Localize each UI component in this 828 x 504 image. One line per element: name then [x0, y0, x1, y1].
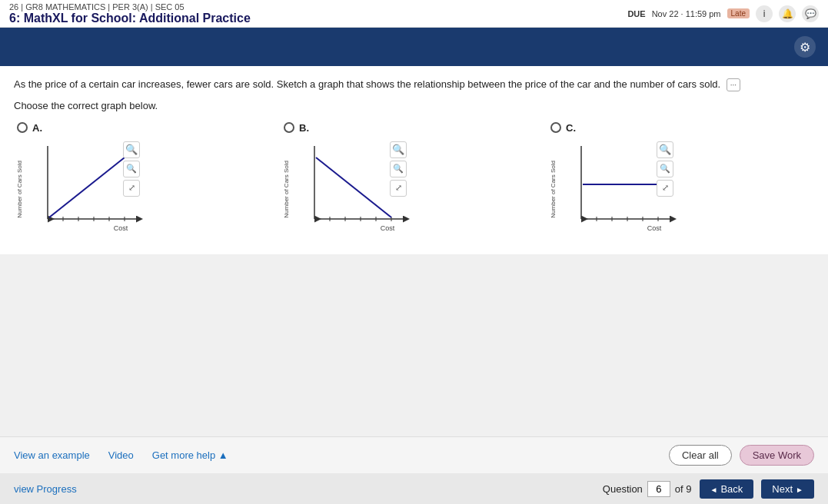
- zoom-in-B[interactable]: 🔍: [390, 141, 407, 158]
- gear-icon[interactable]: ⚙: [794, 36, 816, 58]
- svg-text:Cost: Cost: [647, 224, 662, 232]
- breadcrumb: 26 | GR8 MATHEMATICS | PER 3(A) | SEC 05: [9, 2, 251, 12]
- back-chevron-icon: [710, 483, 718, 495]
- due-date: Nov 22 · 11:59 pm: [652, 9, 721, 18]
- bottom-area: View an example Video Get more help ▲ Cl…: [0, 436, 828, 473]
- top-bar: 26 | GR8 MATHEMATICS | PER 3(A) | SEC 05…: [0, 0, 828, 28]
- svg-text:Cost: Cost: [114, 224, 128, 232]
- assignment-title: 6: MathXL for School: Additional Practic…: [9, 12, 251, 25]
- choose-text: Choose the correct graph below.: [14, 100, 814, 111]
- question-text: As the price of a certain car increases,…: [14, 77, 814, 92]
- due-label: DUE: [627, 9, 645, 18]
- option-B: B. Number of Cars Sold: [281, 122, 547, 240]
- footer-nav: view Progress Question of 9 Back Next: [0, 473, 828, 504]
- late-badge: Late: [727, 8, 750, 18]
- expand-C[interactable]: ⤢: [657, 180, 673, 197]
- svg-text:Cost: Cost: [381, 224, 395, 232]
- next-chevron-icon: [796, 483, 803, 495]
- question-number-input[interactable]: [647, 481, 670, 497]
- option-B-label: B.: [299, 122, 309, 134]
- view-progress-link[interactable]: view Progress: [14, 483, 77, 495]
- question-label: Question: [603, 483, 643, 495]
- graph-B-zoom-icons: 🔍 🔍 ⤢: [390, 141, 407, 197]
- footer-right: Question of 9 Back Next: [603, 479, 814, 499]
- graph-A-zoom-icons: 🔍 🔍 ⤢: [123, 141, 140, 197]
- radio-B[interactable]: [284, 122, 294, 133]
- bell-icon[interactable]: 🔔: [779, 5, 796, 22]
- back-button[interactable]: Back: [700, 479, 754, 499]
- top-bar-left: 26 | GR8 MATHEMATICS | PER 3(A) | SEC 05…: [9, 2, 251, 25]
- video-link[interactable]: Video: [108, 449, 134, 461]
- zoom-in-A[interactable]: 🔍: [123, 141, 140, 158]
- of-label: of 9: [675, 483, 692, 495]
- radio-C[interactable]: [550, 122, 561, 133]
- blue-banner: ⚙: [0, 28, 828, 66]
- option-C: C. Number of Cars Sold: [547, 122, 814, 240]
- option-C-label: C.: [566, 122, 576, 134]
- graphs-row: A. Number of Cars Sold: [14, 122, 814, 240]
- expand-A[interactable]: ⤢: [123, 180, 140, 197]
- y-axis-label-B: Number of Cars Sold: [283, 161, 290, 218]
- y-axis-label-A: Number of Cars Sold: [16, 161, 23, 218]
- option-A-label: A.: [32, 122, 42, 134]
- clear-all-button[interactable]: Clear all: [669, 445, 732, 466]
- expand-B[interactable]: ⤢: [390, 180, 407, 197]
- chat-icon[interactable]: 💬: [802, 5, 819, 22]
- zoom-out-C[interactable]: 🔍: [657, 161, 673, 177]
- bottom-right-actions: Clear all Save Work: [669, 445, 814, 466]
- question-nav: Question of 9: [603, 481, 692, 497]
- zoom-in-C[interactable]: 🔍: [657, 141, 673, 158]
- next-button[interactable]: Next: [761, 479, 814, 499]
- top-bar-right: DUE Nov 22 · 11:59 pm Late i 🔔 💬: [627, 5, 819, 22]
- graph-C-zoom-icons: 🔍 🔍 ⤢: [657, 141, 673, 197]
- dots-hint[interactable]: ···: [727, 78, 740, 91]
- top-icons: i 🔔 💬: [756, 5, 819, 22]
- svg-line-7: [49, 158, 125, 217]
- info-icon[interactable]: i: [756, 5, 773, 22]
- y-axis-label-C: Number of Cars Sold: [550, 161, 557, 218]
- zoom-out-A[interactable]: 🔍: [123, 161, 140, 177]
- zoom-out-B[interactable]: 🔍: [390, 161, 407, 177]
- save-work-button[interactable]: Save Work: [740, 445, 814, 466]
- radio-A[interactable]: [17, 122, 28, 133]
- main-content: As the price of a certain car increases,…: [0, 66, 828, 254]
- svg-line-16: [316, 158, 391, 217]
- option-A: A. Number of Cars Sold: [14, 122, 281, 240]
- get-more-help-link[interactable]: Get more help ▲: [152, 449, 228, 461]
- view-example-link[interactable]: View an example: [14, 449, 90, 461]
